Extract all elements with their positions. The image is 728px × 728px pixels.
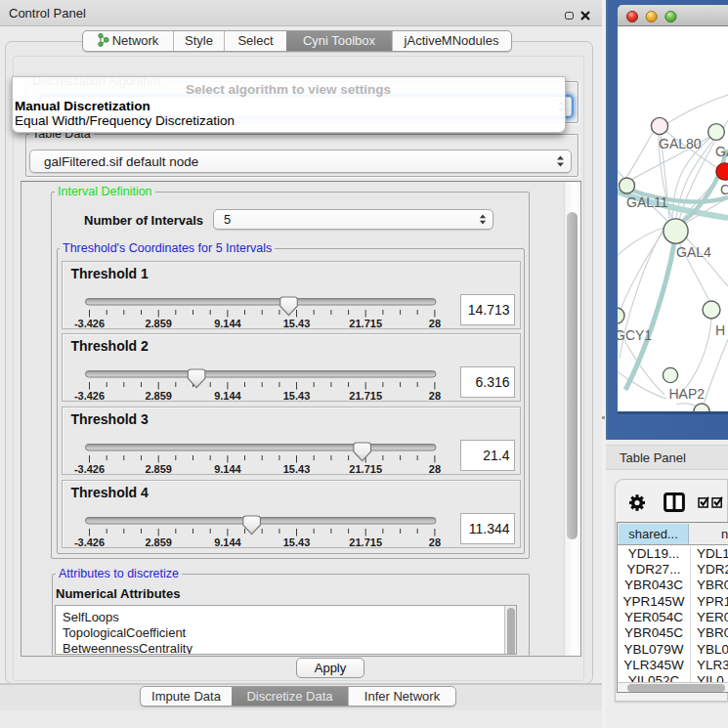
- svg-text:21.715: 21.715: [349, 536, 382, 548]
- svg-text:C: C: [720, 182, 728, 197]
- svg-text:21.715: 21.715: [349, 318, 382, 329]
- svg-text:15.43: 15.43: [282, 390, 310, 402]
- svg-text:HAP2: HAP2: [669, 386, 706, 402]
- svg-text:15.43: 15.43: [282, 318, 310, 329]
- svg-text:-3.426: -3.426: [73, 536, 104, 548]
- svg-text:28: 28: [428, 390, 440, 402]
- svg-text:2.859: 2.859: [145, 390, 172, 402]
- svg-text:15.43: 15.43: [282, 536, 310, 548]
- svg-text:2.859: 2.859: [145, 463, 172, 475]
- svg-text:-3.426: -3.426: [73, 463, 104, 475]
- svg-text:9.144: 9.144: [214, 463, 241, 475]
- svg-text:GA: GA: [715, 144, 728, 159]
- svg-text:2.859: 2.859: [145, 536, 172, 548]
- svg-text:28: 28: [428, 318, 440, 329]
- svg-text:21.715: 21.715: [349, 463, 382, 475]
- svg-text:9.144: 9.144: [214, 536, 241, 548]
- svg-text:H: H: [715, 322, 725, 338]
- svg-text:GAL4: GAL4: [676, 244, 711, 260]
- svg-text:-3.426: -3.426: [73, 318, 104, 329]
- svg-text:-3.426: -3.426: [73, 390, 104, 402]
- svg-text:GCY1: GCY1: [618, 327, 652, 343]
- svg-text:9.144: 9.144: [214, 390, 241, 402]
- svg-text:2.859: 2.859: [145, 318, 172, 329]
- svg-text:GAL80: GAL80: [659, 136, 702, 151]
- svg-text:21.715: 21.715: [349, 390, 382, 402]
- svg-text:28: 28: [428, 536, 440, 548]
- svg-text:9.144: 9.144: [214, 318, 241, 329]
- svg-text:GAL11: GAL11: [626, 194, 668, 210]
- svg-text:15.43: 15.43: [282, 463, 310, 475]
- svg-text:28: 28: [428, 463, 440, 475]
